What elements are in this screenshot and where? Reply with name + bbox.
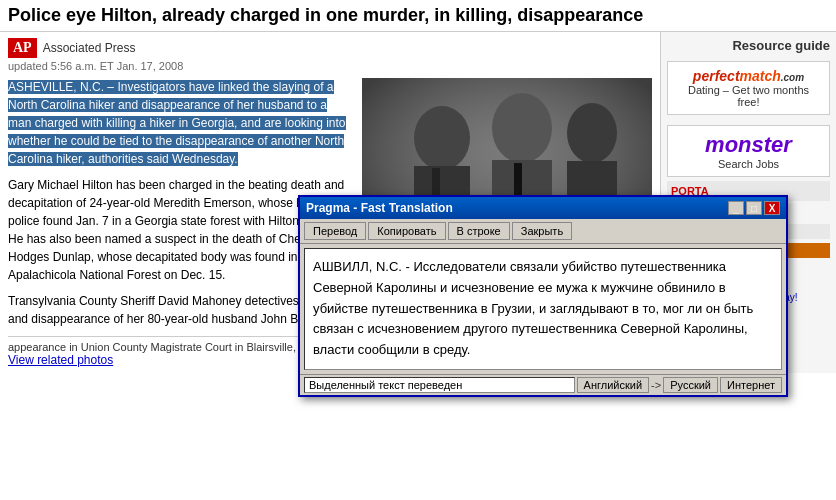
svg-point-2 [414,106,470,170]
translation-content: АШВИЛЛ, N.C. - Исследователи связали уби… [304,248,782,370]
resource-guide-label: Resource guide [667,38,830,53]
dialog-close-button[interactable]: X [764,201,780,215]
view-related-photos-link[interactable]: View related photos [8,353,113,367]
ap-badge: AP [8,38,37,58]
news-header: Police eye Hilton, already charged in on… [0,0,836,32]
status-from-lang: Английский [577,377,650,393]
monster-text: Search Jobs [678,158,819,170]
dialog-statusbar: Выделенный текст переведен Английский ->… [300,374,786,395]
dialog-controls: _ □ X [728,201,780,215]
status-to-lang: Русский [663,377,718,393]
updated-text: updated 5:56 a.m. ET Jan. 17, 2008 [8,60,652,72]
monster-ad[interactable]: monster Search Jobs [667,125,830,177]
highlighted-content: ASHEVILLE, N.C. – Investigators have lin… [8,80,346,166]
dialog-title: Pragma - Fast Translation [306,201,453,215]
dialog-toolbar: Перевод Копировать В строке Закрыть [300,219,786,244]
perfect-match-ad[interactable]: perfectmatch.com Dating – Get two months… [667,61,830,115]
page-title: Police eye Hilton, already charged in on… [8,4,828,27]
dialog-maximize-button[interactable]: □ [746,201,762,215]
translation-dialog: Pragma - Fast Translation _ □ X Перевод … [298,195,788,397]
dialog-minimize-button[interactable]: _ [728,201,744,215]
perfect-match-text: Dating – Get two months free! [678,84,819,108]
ap-label: Associated Press [43,41,136,55]
dialog-titlebar: Pragma - Fast Translation _ □ X [300,197,786,219]
news-page: Police eye Hilton, already charged in on… [0,0,836,500]
dialog-close-toolbar-button[interactable]: Закрыть [512,222,572,240]
ap-logo: AP Associated Press [8,38,652,58]
monster-logo: monster [678,132,819,158]
translate-button[interactable]: Перевод [304,222,366,240]
status-arrow: -> [651,379,661,391]
perfect-match-logo: perfectmatch.com [678,68,819,84]
back-button[interactable]: В строке [448,222,510,240]
translated-text: АШВИЛЛ, N.C. - Исследователи связали уби… [313,259,753,357]
svg-point-6 [567,103,617,163]
copy-button[interactable]: Копировать [368,222,445,240]
status-engine: Интернет [720,377,782,393]
svg-point-4 [492,93,552,163]
status-label: Выделенный текст переведен [304,377,575,393]
watermark: www.softportal.com [744,484,831,495]
